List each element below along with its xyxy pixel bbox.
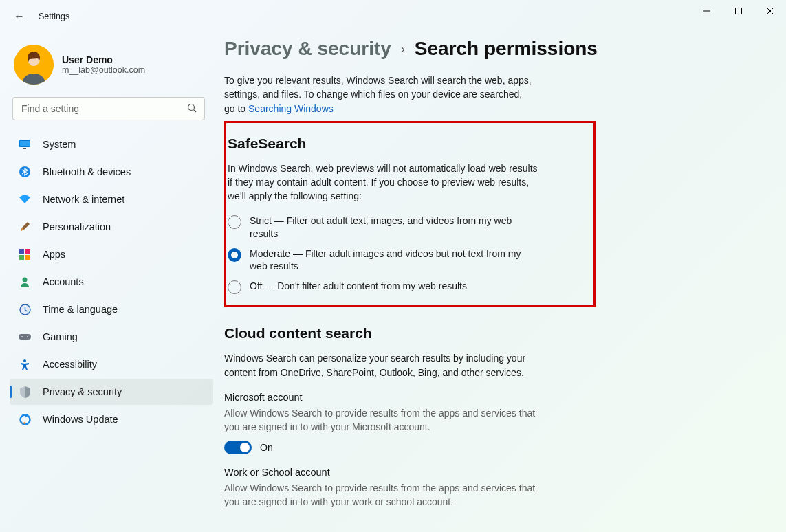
paintbrush-icon (18, 220, 32, 234)
svg-rect-13 (19, 255, 24, 260)
maximize-button[interactable] (723, 0, 754, 22)
sidebar-item-label: Privacy & security (43, 386, 122, 397)
svg-point-18 (21, 336, 23, 337)
sidebar-item-apps[interactable]: Apps (10, 241, 213, 267)
svg-rect-12 (25, 249, 30, 254)
svg-point-15 (23, 278, 28, 282)
user-email: m__lab@outlook.com (62, 65, 145, 75)
user-name: User Demo (62, 54, 145, 65)
breadcrumb: Privacy & security › Search permissions (224, 38, 772, 60)
person-icon (18, 275, 32, 289)
sidebar-item-label: Personalization (43, 221, 111, 232)
sidebar-item-label: Network & internet (43, 194, 124, 205)
radio-label: Strict — Filter out adult text, images, … (250, 214, 525, 241)
cloud-desc: Windows Search can personalize your sear… (224, 351, 541, 379)
user-profile[interactable]: User Demo m__lab@outlook.com (7, 38, 213, 97)
apps-icon (18, 247, 32, 261)
svg-point-20 (23, 359, 26, 362)
sidebar-item-privacy[interactable]: Privacy & security (10, 379, 213, 405)
work-account-title: Work or School account (224, 467, 541, 478)
safesearch-option-off[interactable]: Off — Don't filter adult content from my… (228, 280, 582, 294)
ms-account-title: Microsoft account (224, 392, 541, 403)
svg-line-6 (194, 110, 197, 113)
svg-point-5 (188, 104, 195, 111)
gamepad-icon (18, 330, 32, 344)
update-icon (18, 412, 32, 426)
sidebar-item-label: System (43, 139, 76, 150)
close-button[interactable] (754, 0, 786, 22)
cloud-title: Cloud content search (224, 325, 541, 342)
accessibility-icon (18, 357, 32, 371)
breadcrumb-parent[interactable]: Privacy & security (224, 38, 391, 60)
ms-account-desc: Allow Windows Search to provide results … (224, 407, 541, 434)
safesearch-option-moderate[interactable]: Moderate — Filter adult images and video… (228, 247, 582, 274)
safesearch-title: SafeSearch (228, 135, 582, 152)
safesearch-option-strict[interactable]: Strict — Filter out adult text, images, … (228, 214, 582, 241)
sidebar-item-accounts[interactable]: Accounts (10, 269, 213, 295)
svg-rect-8 (20, 141, 30, 146)
svg-rect-9 (23, 148, 26, 149)
radio-icon (228, 280, 241, 294)
sidebar-item-label: Bluetooth & devices (43, 166, 131, 177)
clock-icon (18, 302, 32, 316)
avatar (14, 45, 54, 85)
minimize-button[interactable] (691, 0, 723, 22)
sidebar-item-label: Windows Update (43, 414, 118, 425)
wifi-icon (18, 192, 32, 206)
sidebar-item-accessibility[interactable]: Accessibility (10, 351, 213, 377)
sidebar-item-personalization[interactable]: Personalization (10, 214, 213, 240)
svg-rect-14 (25, 255, 30, 260)
back-button[interactable]: ← (14, 10, 25, 23)
sidebar-item-label: Accessibility (43, 359, 97, 370)
radio-icon (228, 248, 241, 262)
sidebar-item-system[interactable]: System (10, 131, 213, 157)
ms-account-toggle[interactable] (224, 441, 252, 454)
svg-point-19 (27, 336, 28, 337)
sidebar-item-label: Apps (43, 249, 65, 260)
search-icon (187, 103, 197, 115)
intro-text: To give you relevant results, Windows Se… (224, 74, 534, 115)
chevron-right-icon: › (401, 42, 405, 56)
work-account-desc: Allow Windows Search to provide results … (224, 482, 541, 509)
shield-icon (18, 385, 32, 399)
search-input[interactable] (12, 97, 205, 120)
safesearch-highlight: SafeSearch In Windows Search, web previe… (224, 121, 596, 307)
searching-windows-link[interactable]: Searching Windows (248, 103, 334, 114)
sidebar-item-network[interactable]: Network & internet (10, 186, 213, 212)
safesearch-options: Strict — Filter out adult text, images, … (228, 214, 582, 295)
bluetooth-icon (18, 165, 32, 179)
radio-icon (228, 215, 241, 229)
sidebar-item-label: Accounts (43, 276, 84, 287)
sidebar-item-gaming[interactable]: Gaming (10, 324, 213, 350)
svg-rect-1 (736, 8, 742, 14)
toggle-label: On (260, 442, 273, 453)
monitor-icon (18, 137, 32, 151)
sidebar-item-label: Time & language (43, 304, 118, 315)
radio-label: Off — Don't filter adult content from my… (250, 280, 467, 293)
sidebar-item-update[interactable]: Windows Update (10, 406, 213, 432)
sidebar-item-label: Gaming (43, 331, 78, 342)
page-title: Search permissions (415, 38, 598, 60)
sidebar-item-time[interactable]: Time & language (10, 296, 213, 322)
sidebar-item-bluetooth[interactable]: Bluetooth & devices (10, 159, 213, 185)
radio-label: Moderate — Filter adult images and video… (250, 247, 525, 274)
svg-rect-17 (19, 334, 31, 340)
safesearch-desc: In Windows Search, web previews will not… (228, 162, 544, 203)
window-title: Settings (39, 12, 69, 21)
svg-rect-11 (19, 249, 24, 254)
